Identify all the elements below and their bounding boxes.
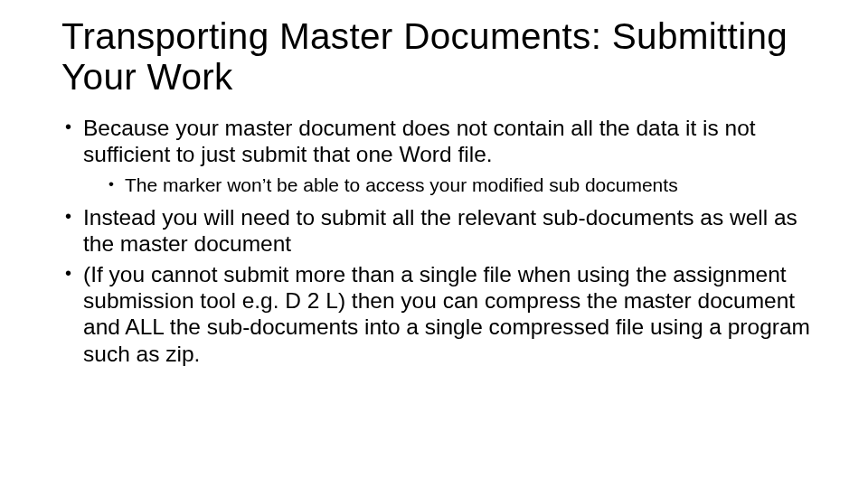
bullet-text: Because your master document does not co… <box>83 116 756 166</box>
bullet-text: The marker won’t be able to access your … <box>125 174 678 195</box>
sub-bullet-list: The marker won’t be able to access your … <box>83 174 814 197</box>
list-item: The marker won’t be able to access your … <box>83 174 814 197</box>
slide: Transporting Master Documents: Submittin… <box>0 0 868 488</box>
list-item: (If you cannot submit more than a single… <box>61 261 814 368</box>
list-item: Because your master document does not co… <box>61 115 814 197</box>
slide-title: Transporting Master Documents: Submittin… <box>61 16 814 99</box>
bullet-text: Instead you will need to submit all the … <box>83 205 797 256</box>
bullet-list: Because your master document does not co… <box>61 115 814 367</box>
bullet-text: (If you cannot submit more than a single… <box>83 262 810 366</box>
list-item: Instead you will need to submit all the … <box>61 204 814 258</box>
